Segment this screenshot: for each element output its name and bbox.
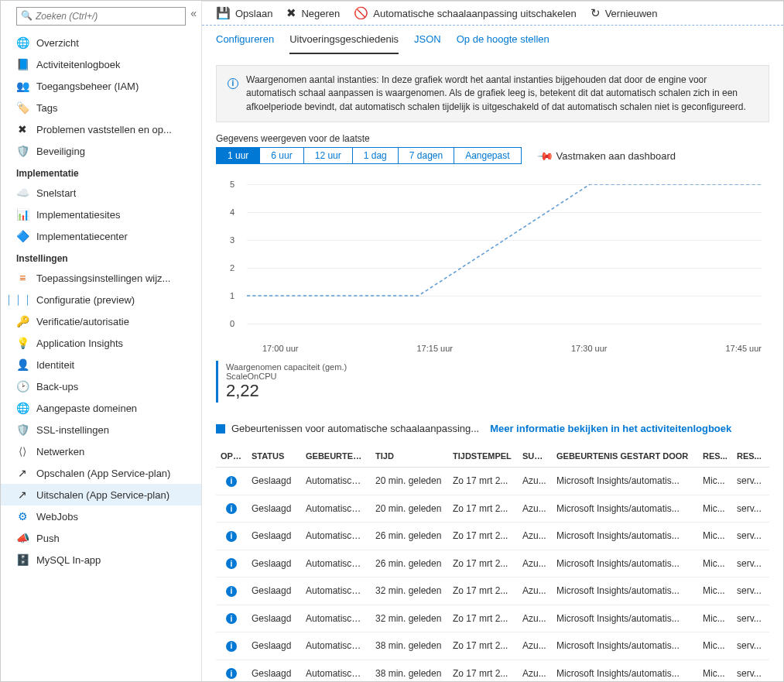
table-row[interactable]: iGeslaagdAutomatische...26 min. geledenZ… xyxy=(216,550,769,577)
mysql-icon: 🗄️ xyxy=(16,553,29,566)
chart-x-tick: 17:15 uur xyxy=(417,344,453,353)
sidebar-item[interactable]: 🔷Implementatiecenter xyxy=(1,225,201,247)
table-cell: Azu... xyxy=(518,550,552,577)
sidebar-item[interactable]: 🕑Back-ups xyxy=(1,375,201,397)
column-header[interactable]: OPE... xyxy=(216,445,247,468)
table-row[interactable]: iGeslaagdAutomatische...38 min. geledenZ… xyxy=(216,632,769,660)
close-icon: ✖ xyxy=(286,6,296,20)
timerange-option[interactable]: 7 dagen xyxy=(399,148,454,163)
events-collapse-icon[interactable] xyxy=(216,424,225,434)
column-header[interactable]: STATUS xyxy=(247,445,301,468)
metric-summary: Waargenomen capaciteit (gem.) ScaleOnCPU… xyxy=(216,361,354,403)
column-header[interactable]: TIJD xyxy=(371,445,448,468)
info-icon: i xyxy=(226,641,237,652)
info-icon: i xyxy=(226,668,237,679)
timerange-option[interactable]: Aangepast xyxy=(454,148,520,163)
table-cell: Automatische... xyxy=(301,495,371,523)
timerange-option[interactable]: 1 uur xyxy=(217,148,260,163)
scale-out-icon: ↗ xyxy=(16,488,29,501)
table-row[interactable]: iGeslaagdAutomatische...32 min. geledenZ… xyxy=(216,577,769,605)
sidebar-item[interactable]: 🛡️Beveiliging xyxy=(1,140,201,162)
backup-icon: 🕑 xyxy=(16,380,29,392)
table-cell: serv... xyxy=(732,605,769,632)
sidebar-item[interactable]: ⚙WebJobs xyxy=(1,506,201,527)
table-cell: serv... xyxy=(732,523,769,550)
discard-button[interactable]: ✖Negeren xyxy=(286,6,340,20)
sidebar-item[interactable]: 📘Activiteitenlogboek xyxy=(1,53,201,75)
column-header[interactable]: GEBEURTENIS GESTART DOOR xyxy=(552,445,698,468)
table-row[interactable]: iGeslaagdAutomatische...20 min. geledenZ… xyxy=(216,468,769,495)
refresh-button[interactable]: ↻Vernieuwen xyxy=(591,6,658,20)
sidebar-item[interactable]: 👥Toegangsbeheer (IAM) xyxy=(1,75,201,97)
table-cell: serv... xyxy=(732,550,769,577)
sidebar-item[interactable]: 📣Push xyxy=(1,527,201,549)
timerange-label: Gegevens weergeven voor de laatste xyxy=(216,133,769,144)
timerange-option[interactable]: 1 dag xyxy=(353,148,399,163)
table-row[interactable]: iGeslaagdAutomatische...38 min. geledenZ… xyxy=(216,660,769,681)
table-cell: Geslaagd xyxy=(247,660,301,681)
column-header[interactable]: GEBEURTEN... xyxy=(301,445,371,468)
table-cell: Geslaagd xyxy=(247,632,301,660)
table-cell: i xyxy=(216,495,247,523)
log-icon: 📘 xyxy=(16,58,29,70)
sidebar-item[interactable]: ⟨⟩Netwerken xyxy=(1,440,201,462)
sidebar-item[interactable]: 👤Identiteit xyxy=(1,354,201,375)
scale-up-icon: ↗ xyxy=(16,467,29,479)
sidebar-item[interactable]: ≡Toepassingsinstellingen wijz... xyxy=(1,267,201,289)
table-cell: Mic... xyxy=(698,523,732,550)
table-cell: 26 min. geleden xyxy=(371,523,448,550)
sidebar-item[interactable]: ✖Problemen vaststellen en op... xyxy=(1,118,201,140)
column-header[interactable]: RES... xyxy=(732,445,769,468)
table-row[interactable]: iGeslaagdAutomatische...32 min. geledenZ… xyxy=(216,605,769,632)
sidebar-item[interactable]: ↗Uitschalen (App Service-plan) xyxy=(1,484,201,506)
sidebar-item[interactable]: 📊Implementatiesites xyxy=(1,204,201,225)
table-row[interactable]: iGeslaagdAutomatische...20 min. geledenZ… xyxy=(216,495,769,523)
timerange-option[interactable]: 12 uur xyxy=(304,148,353,163)
discard-label: Negeren xyxy=(301,8,340,19)
table-cell: Mic... xyxy=(698,577,732,605)
save-button[interactable]: 💾Opslaan xyxy=(216,6,272,20)
tab[interactable]: Op de hoogte stellen xyxy=(457,26,549,54)
table-cell: Microsoft Insights/automatis... xyxy=(552,550,698,577)
sidebar-nav[interactable]: 🌐Overzicht📘Activiteitenlogboek👥Toegangsb… xyxy=(1,32,201,681)
table-cell: Zo 17 mrt 2... xyxy=(448,605,518,632)
sidebar-item[interactable]: ☁️Snelstart xyxy=(1,182,201,204)
tab-strip: ConfigurerenUitvoeringsgeschiedenisJSONO… xyxy=(202,26,783,54)
sidebar-item[interactable]: ↗Opschalen (App Service-plan) xyxy=(1,462,201,484)
sidebar-item[interactable]: 🛡️SSL-instellingen xyxy=(1,419,201,440)
sidebar-item-label: Implementatiecenter xyxy=(36,231,128,242)
sidebar-item[interactable]: 💡Application Insights xyxy=(1,332,201,354)
column-header[interactable]: TIJDSTEMPEL xyxy=(448,445,518,468)
search-input[interactable] xyxy=(16,7,186,26)
table-row[interactable]: iGeslaagdAutomatische...26 min. geledenZ… xyxy=(216,523,769,550)
instances-chart[interactable]: 012345 xyxy=(216,184,769,339)
info-icon: i xyxy=(226,476,237,487)
disable-autoscale-button[interactable]: 🚫Automatische schaalaanpassing uitschake… xyxy=(354,6,576,20)
content-scroll[interactable]: i Waargenomen aantal instanties: In deze… xyxy=(202,54,783,681)
sidebar-item[interactable]: ⎸⎸⎸Configuratie (preview) xyxy=(1,289,201,310)
tab[interactable]: JSON xyxy=(414,26,441,54)
sidebar-item-label: WebJobs xyxy=(36,511,78,523)
sidebar-item-label: MySQL In-app xyxy=(36,554,101,566)
table-cell: Automatische... xyxy=(301,660,371,681)
sidebar-item[interactable]: 🌐Aangepaste domeinen xyxy=(1,397,201,419)
column-header[interactable]: SUB... xyxy=(518,445,552,468)
table-cell: Zo 17 mrt 2... xyxy=(448,577,518,605)
table-cell: Automatische... xyxy=(301,605,371,632)
activity-log-link[interactable]: Meer informatie bekijken in het activite… xyxy=(490,423,731,434)
sidebar-item[interactable]: 🏷️Tags xyxy=(1,97,201,118)
sidebar-item-label: Configuratie (preview) xyxy=(36,294,135,306)
sidebar-item[interactable]: 🌐Overzicht xyxy=(1,32,201,53)
table-cell: Mic... xyxy=(698,660,732,681)
pin-dashboard-button[interactable]: 📌 Vastmaken aan dashboard xyxy=(539,149,676,162)
table-cell: Microsoft Insights/automatis... xyxy=(552,632,698,660)
shield-icon: 🛡️ xyxy=(16,145,29,157)
sidebar-item[interactable]: 🔑Verificatie/autorisatie xyxy=(1,310,201,332)
column-header[interactable]: RES... xyxy=(698,445,732,468)
info-icon: i xyxy=(226,586,237,597)
chart-y-tick: 3 xyxy=(230,235,235,245)
tab[interactable]: Uitvoeringsgeschiedenis xyxy=(289,26,399,54)
tab[interactable]: Configureren xyxy=(216,26,274,54)
timerange-option[interactable]: 6 uur xyxy=(260,148,303,163)
sidebar-item[interactable]: 🗄️MySQL In-app xyxy=(1,549,201,571)
